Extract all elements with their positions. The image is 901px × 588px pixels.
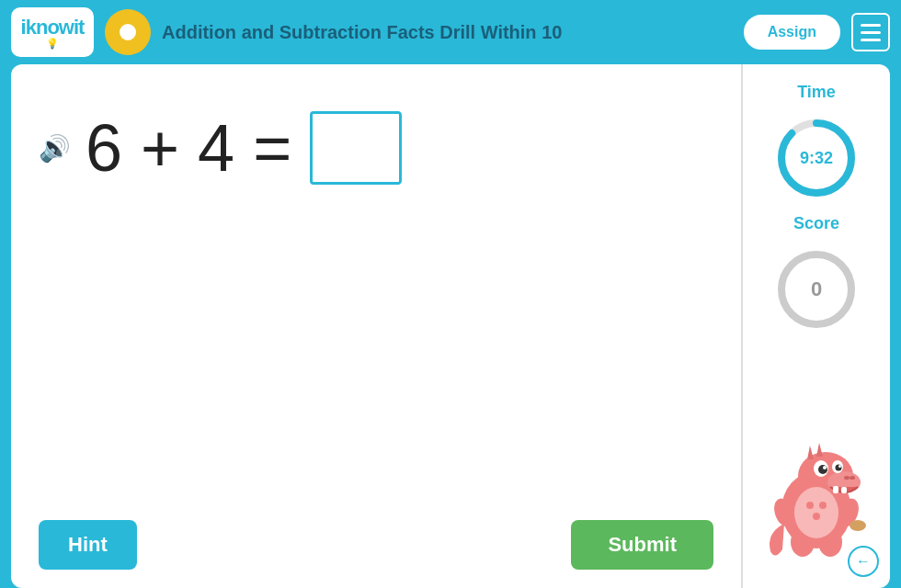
- score-label: Score: [793, 214, 839, 233]
- left-panel: 🔊 6 + 4 = Hint Submit: [11, 64, 743, 588]
- svg-rect-6: [833, 486, 838, 493]
- svg-marker-16: [807, 446, 814, 459]
- svg-point-25: [819, 502, 827, 509]
- question-row: 🔊 6 + 4 =: [39, 110, 713, 186]
- score-circle: 0: [775, 248, 858, 331]
- bottom-buttons: Hint Submit: [39, 520, 713, 570]
- activity-title: Addition and Subtraction Facts Drill Wit…: [162, 22, 733, 43]
- mascot-dino: [757, 413, 876, 560]
- header: iknowit 💡 Addition and Subtraction Facts…: [0, 0, 901, 64]
- menu-line-3: [861, 39, 881, 41]
- right-panel: Time 9:32 Score 0: [743, 64, 890, 588]
- submit-button[interactable]: Submit: [571, 520, 713, 570]
- svg-point-13: [838, 465, 841, 468]
- operator: +: [141, 110, 179, 186]
- operand2: 4: [198, 110, 234, 186]
- logo-text: iknowit: [21, 16, 85, 40]
- equals: =: [253, 110, 291, 186]
- back-button[interactable]: ←: [848, 546, 879, 577]
- answer-box[interactable]: [310, 111, 402, 185]
- sound-icon[interactable]: 🔊: [39, 133, 71, 164]
- svg-rect-7: [841, 487, 847, 493]
- svg-point-24: [806, 502, 814, 509]
- logo: iknowit 💡: [11, 7, 94, 57]
- menu-button[interactable]: [851, 13, 890, 51]
- menu-line-1: [861, 24, 881, 27]
- svg-point-10: [823, 466, 827, 469]
- assign-button[interactable]: Assign: [744, 15, 840, 50]
- svg-point-20: [850, 520, 866, 531]
- svg-point-9: [818, 465, 827, 474]
- main-area: 🔊 6 + 4 = Hint Submit Time 9:32 Score: [11, 64, 890, 588]
- svg-point-26: [813, 513, 820, 520]
- timer-value: 9:32: [800, 149, 833, 168]
- operand1: 6: [86, 110, 122, 186]
- svg-point-15: [850, 476, 855, 480]
- time-label: Time: [797, 83, 836, 102]
- menu-line-2: [861, 31, 881, 34]
- score-value: 0: [811, 277, 822, 301]
- activity-icon: [105, 9, 151, 55]
- activity-icon-inner: [120, 24, 136, 40]
- timer-circle: 9:32: [775, 117, 858, 199]
- svg-point-14: [844, 476, 850, 480]
- question-text: 6 + 4 =: [86, 110, 402, 186]
- hint-button[interactable]: Hint: [39, 520, 137, 570]
- mascot-area: [757, 345, 876, 570]
- svg-marker-17: [816, 443, 823, 457]
